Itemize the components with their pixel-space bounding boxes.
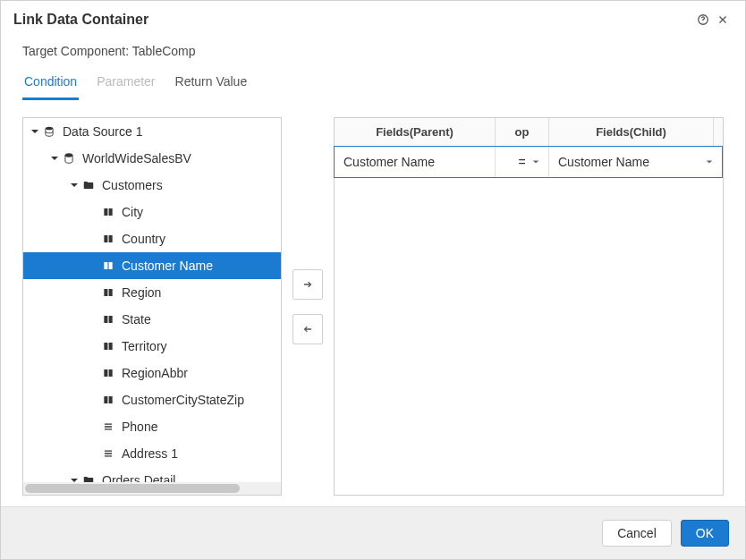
tree-horizontal-scrollbar[interactable]	[23, 482, 281, 495]
ok-button[interactable]: OK	[681, 520, 729, 547]
dialog-footer: Cancel OK	[1, 506, 745, 559]
tabs: Condition Parameter Return Value	[1, 69, 745, 101]
link-data-container-dialog: Link Data Container Target Component: Ta…	[0, 0, 746, 560]
tree-node[interactable]: Customers	[23, 172, 281, 199]
tree-node-label: State	[122, 312, 151, 327]
tree-node[interactable]: Address 1	[23, 440, 281, 467]
tree-node[interactable]: Country	[23, 225, 281, 252]
list-icon	[100, 447, 116, 460]
db-icon	[61, 152, 77, 165]
dialog-body: Data Source 1WorldWideSalesBVCustomersCi…	[1, 101, 745, 506]
tab-parameter: Parameter	[95, 69, 157, 100]
help-icon[interactable]	[693, 10, 713, 30]
caret-down-icon[interactable]	[30, 127, 41, 136]
tree-node[interactable]: Phone	[23, 413, 281, 440]
tree-node[interactable]: Customer Name	[23, 252, 281, 279]
field-icon	[100, 286, 116, 299]
field-icon	[100, 233, 116, 245]
svg-rect-16	[104, 369, 107, 377]
chevron-down-icon	[532, 158, 539, 165]
tree-node-label: Country	[122, 232, 165, 246]
tree-node-label: Phone	[122, 420, 157, 434]
grid-empty-area	[335, 178, 723, 495]
tree-node[interactable]: Territory	[23, 333, 281, 360]
tree-node[interactable]: Data Source 1	[23, 118, 281, 145]
svg-rect-18	[104, 396, 107, 403]
tree-node-label: Region	[122, 285, 161, 300]
grid-row[interactable]: Customer Name = Customer Name	[334, 146, 723, 178]
field-icon	[100, 340, 116, 352]
svg-rect-19	[109, 396, 113, 403]
caret-down-icon[interactable]	[70, 181, 81, 190]
tree-node[interactable]: State	[23, 306, 281, 333]
field-icon	[100, 367, 116, 379]
tab-return-value[interactable]: Return Value	[174, 69, 250, 100]
col-fields-parent: Fields(Parent)	[335, 118, 496, 146]
cancel-button[interactable]: Cancel	[602, 520, 672, 547]
tree-node-label: RegionAbbr	[122, 366, 188, 380]
svg-point-1	[703, 22, 704, 23]
data-source-tree[interactable]: Data Source 1WorldWideSalesBVCustomersCi…	[22, 117, 282, 496]
svg-rect-14	[104, 343, 107, 350]
svg-rect-6	[104, 235, 107, 242]
svg-rect-13	[109, 316, 113, 323]
svg-rect-4	[104, 208, 107, 216]
field-icon	[100, 259, 116, 272]
add-field-button[interactable]	[292, 269, 323, 300]
svg-point-2	[46, 127, 53, 131]
close-icon[interactable]	[713, 10, 733, 30]
chevron-down-icon	[706, 158, 713, 165]
field-icon	[100, 394, 116, 406]
svg-rect-5	[109, 208, 113, 216]
tree-node-label: Customers	[102, 178, 163, 192]
titlebar: Link Data Container	[1, 1, 745, 38]
tab-condition[interactable]: Condition	[22, 69, 79, 100]
grid-header: Fields(Parent) op Fields(Child)	[335, 118, 723, 147]
svg-rect-9	[109, 262, 113, 269]
list-icon	[100, 420, 116, 433]
field-icon	[100, 313, 116, 326]
svg-rect-15	[109, 343, 113, 350]
tree-node[interactable]: Region	[23, 279, 281, 306]
tree-node-label: Data Source 1	[63, 124, 143, 139]
cell-parent-field[interactable]: Customer Name	[335, 147, 496, 177]
folder-icon	[81, 179, 97, 191]
tree-node-label: CustomerCityStateZip	[122, 393, 244, 407]
tree-node[interactable]: WorldWideSalesBV	[23, 145, 281, 172]
cell-child-field[interactable]: Customer Name	[549, 147, 722, 177]
col-fields-child: Fields(Child)	[549, 118, 714, 146]
svg-rect-12	[104, 316, 107, 323]
tree-node-label: Territory	[122, 339, 167, 353]
tree-node-label: WorldWideSalesBV	[82, 151, 191, 165]
dialog-title: Link Data Container	[13, 12, 148, 28]
tree-node-label: City	[122, 205, 143, 219]
tree-node[interactable]: City	[23, 199, 281, 225]
link-fields-grid: Fields(Parent) op Fields(Child) Customer…	[334, 117, 724, 496]
svg-rect-11	[109, 289, 113, 296]
svg-rect-7	[109, 235, 113, 242]
caret-down-icon[interactable]	[50, 154, 61, 163]
svg-rect-10	[104, 289, 107, 296]
tree-node-label: Address 1	[122, 446, 178, 461]
target-component-label: Target Component: TableComp	[1, 38, 745, 69]
col-op: op	[496, 118, 549, 146]
svg-rect-17	[109, 369, 113, 377]
datasource-icon	[41, 125, 57, 138]
field-icon	[100, 206, 116, 218]
cell-operator[interactable]: =	[496, 147, 549, 177]
transfer-buttons	[292, 117, 323, 496]
tree-node-label: Customer Name	[122, 259, 213, 273]
tree-node[interactable]: CustomerCityStateZip	[23, 386, 281, 413]
svg-rect-8	[104, 262, 107, 269]
remove-field-button[interactable]	[292, 314, 323, 344]
svg-point-3	[65, 154, 72, 157]
tree-node[interactable]: RegionAbbr	[23, 360, 281, 386]
